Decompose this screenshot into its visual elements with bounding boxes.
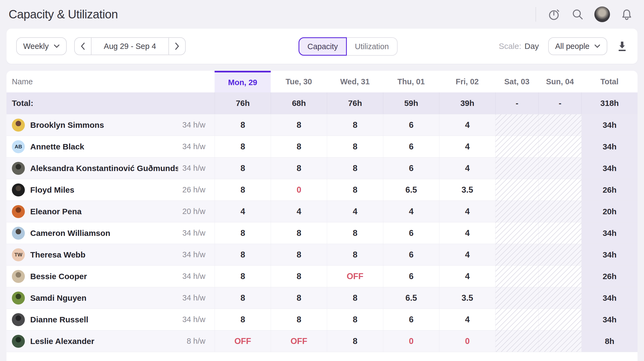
person-cell[interactable]: Bessie Cooper34 h/w — [6, 266, 215, 287]
day-column-header-selected[interactable]: Mon, 29 — [215, 71, 271, 92]
capacity-cell[interactable]: 6.5 — [383, 179, 439, 200]
tab-utilization[interactable]: Utilization — [347, 37, 398, 56]
capacity-cell[interactable]: 8 — [271, 244, 327, 265]
day-column-header[interactable]: Tue, 30 — [271, 71, 327, 92]
capacity-cell[interactable]: 6 — [383, 266, 439, 287]
capacity-cell[interactable]: 6 — [383, 136, 439, 157]
capacity-cell[interactable]: 4 — [215, 201, 271, 222]
capacity-cell[interactable]: 8 — [327, 309, 383, 330]
page-title: Capacity & Utilization — [9, 8, 118, 21]
capacity-cell[interactable]: 8 — [215, 222, 271, 244]
person-cell[interactable]: TWTheresa Webb34 h/w — [6, 244, 215, 265]
capacity-cell[interactable]: 4 — [327, 201, 383, 222]
capacity-cell[interactable]: 8 — [271, 287, 327, 309]
capacity-cell[interactable]: 8 — [327, 330, 383, 352]
capacity-cell[interactable]: 8 — [327, 114, 383, 136]
capacity-cell[interactable]: OFF — [271, 330, 327, 352]
capacity-cell[interactable]: 8 — [215, 244, 271, 265]
search-icon[interactable] — [571, 8, 584, 21]
capacity-cell[interactable]: 4 — [439, 158, 495, 179]
capacity-cell[interactable]: 6 — [383, 158, 439, 179]
capacity-cell[interactable]: 8 — [327, 287, 383, 309]
capacity-cell[interactable]: 6.5 — [383, 287, 439, 309]
capacity-cell[interactable]: 8 — [271, 222, 327, 244]
capacity-cell[interactable]: 8 — [327, 158, 383, 179]
capacity-cell[interactable]: 4 — [439, 222, 495, 244]
capacity-cell[interactable]: 4 — [439, 136, 495, 157]
notifications-bell-icon[interactable] — [620, 8, 633, 21]
capacity-cell[interactable]: 8 — [215, 309, 271, 330]
capacity-cell[interactable]: 8 — [215, 266, 271, 287]
weekend-cell — [495, 114, 538, 136]
capacity-cell[interactable]: 6 — [383, 244, 439, 265]
capacity-cell[interactable]: 6 — [383, 309, 439, 330]
person-cell[interactable]: Brooklyn Simmons34 h/w — [6, 114, 215, 136]
timer-icon[interactable] — [547, 8, 561, 21]
person-cell[interactable]: Leslie Alexander8 h/w — [6, 330, 215, 352]
capacity-cell[interactable]: 8 — [271, 266, 327, 287]
capacity-cell[interactable]: 4 — [439, 201, 495, 222]
person-cell[interactable]: Aleksandra Konstantinović Guðmunds...34 … — [6, 158, 215, 179]
capacity-cell[interactable]: 0 — [383, 330, 439, 352]
capacity-cell[interactable]: 6 — [383, 222, 439, 244]
totals-day-value: 68h — [271, 92, 327, 114]
capacity-cell[interactable]: 8 — [271, 114, 327, 136]
capacity-cell[interactable]: 4 — [439, 114, 495, 136]
capacity-cell[interactable]: 4 — [439, 266, 495, 287]
scale-value: Day — [524, 42, 539, 51]
capacity-cell[interactable]: 4 — [439, 244, 495, 265]
capacity-cell[interactable]: 8 — [327, 244, 383, 265]
day-column-header[interactable]: Sun, 04 — [538, 71, 581, 92]
totals-label: Total: — [6, 92, 215, 114]
capacity-cell[interactable]: 8 — [327, 136, 383, 157]
capacity-cell[interactable]: 8 — [271, 309, 327, 330]
table-row: Leslie Alexander8 h/wOFFOFF8008h — [6, 330, 638, 352]
capacity-cell[interactable]: 4 — [439, 309, 495, 330]
weekend-cell — [538, 266, 581, 287]
people-filter[interactable]: All people — [548, 37, 607, 55]
person-cell[interactable]: ABAnnette Black34 h/w — [6, 136, 215, 157]
capacity-cell[interactable]: 0 — [439, 330, 495, 352]
period-select[interactable]: Weekly — [16, 37, 67, 55]
table-row-partial — [6, 352, 638, 361]
capacity-cell[interactable]: 8 — [215, 158, 271, 179]
capacity-cell[interactable]: 6 — [383, 114, 439, 136]
person-cell[interactable]: Eleanor Pena20 h/w — [6, 201, 215, 222]
avatar — [12, 205, 25, 218]
download-icon[interactable] — [616, 40, 628, 52]
capacity-cell[interactable]: OFF — [215, 330, 271, 352]
tab-capacity[interactable]: Capacity — [299, 37, 347, 56]
day-column-header[interactable]: Fri, 02 — [439, 71, 495, 92]
capacity-cell[interactable]: 8 — [271, 136, 327, 157]
person-cell[interactable]: Floyd Miles26 h/w — [6, 179, 215, 200]
capacity-cell[interactable]: 4 — [271, 201, 327, 222]
day-column-header[interactable]: Thu, 01 — [383, 71, 439, 92]
capacity-cell[interactable]: 8 — [271, 158, 327, 179]
day-column-header[interactable]: Sat, 03 — [495, 71, 538, 92]
person-cell[interactable]: Samdi Nguyen34 h/w — [6, 287, 215, 309]
capacity-cell[interactable]: OFF — [327, 266, 383, 287]
prev-week-button[interactable] — [75, 38, 91, 55]
capacity-cell[interactable]: 3.5 — [439, 179, 495, 200]
capacity-cell[interactable]: 4 — [383, 201, 439, 222]
capacity-cell[interactable]: 0 — [271, 179, 327, 200]
person-cell[interactable]: Cameron Williamson34 h/w — [6, 222, 215, 244]
day-column-header[interactable]: Wed, 31 — [327, 71, 383, 92]
capacity-cell[interactable]: 8 — [215, 114, 271, 136]
capacity-cell[interactable]: 8 — [327, 222, 383, 244]
capacity-cell[interactable]: 3.5 — [439, 287, 495, 309]
totals-day-value: - — [495, 92, 538, 114]
row-total-cell: 34h — [581, 287, 638, 309]
person-cell[interactable]: Dianne Russell34 h/w — [6, 309, 215, 330]
capacity-cell[interactable]: 8 — [215, 287, 271, 309]
capacity-cell[interactable]: 8 — [327, 179, 383, 200]
weekly-capacity: 8 h/w — [187, 337, 205, 346]
capacity-cell[interactable]: 8 — [215, 179, 271, 200]
capacity-cell[interactable]: 8 — [215, 136, 271, 157]
date-range-label[interactable]: Aug 29 - Sep 4 — [91, 38, 169, 55]
table-row: Eleanor Pena20 h/w4444420h — [6, 200, 638, 222]
next-week-button[interactable] — [169, 38, 185, 55]
avatar — [12, 183, 25, 196]
user-avatar[interactable] — [594, 6, 610, 22]
chevron-down-icon — [54, 44, 60, 48]
